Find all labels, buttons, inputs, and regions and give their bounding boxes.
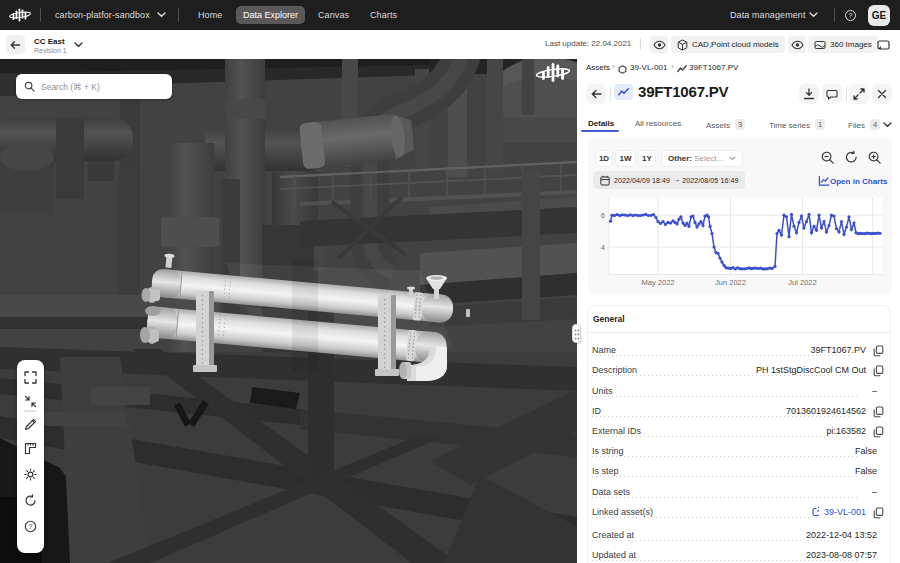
svg-text:Jul 2022: Jul 2022 bbox=[788, 278, 816, 287]
svg-text:?: ? bbox=[29, 523, 33, 530]
svg-text:6: 6 bbox=[601, 211, 605, 220]
svg-text:Jun 2022: Jun 2022 bbox=[715, 278, 746, 287]
svg-text:May 2022: May 2022 bbox=[642, 278, 675, 287]
svg-text:4: 4 bbox=[601, 243, 605, 252]
